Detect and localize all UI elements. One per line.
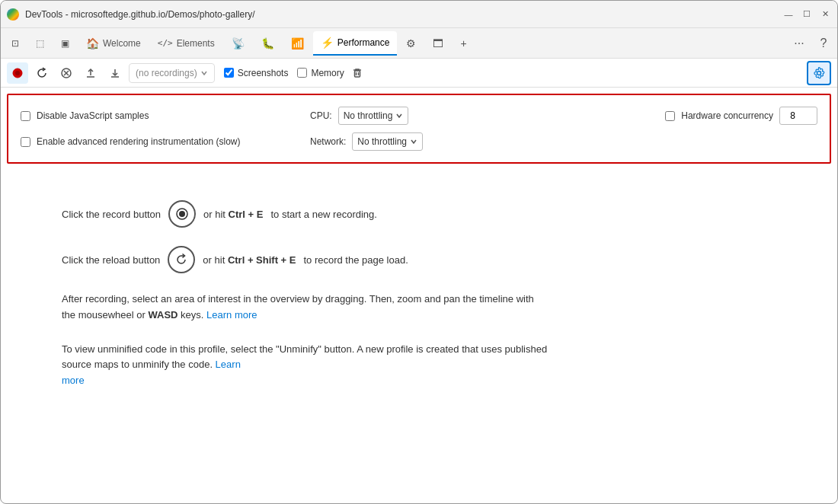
settings-icon bbox=[812, 66, 826, 80]
maximize-button[interactable]: ☐ bbox=[801, 8, 813, 21]
elements-mode-icon: ▣ bbox=[61, 38, 69, 49]
screenshots-checkbox-group: Screenshots bbox=[224, 68, 289, 78]
reload-hint-text: Click the reload button bbox=[62, 254, 160, 266]
settings-row-2: Enable advanced rendering instrumentatio… bbox=[21, 129, 817, 155]
cpu-label: CPU: bbox=[310, 110, 332, 121]
hardware-concurrency-checkbox[interactable] bbox=[665, 111, 675, 121]
main-content: Click the record button or hit Ctrl + E … bbox=[1, 170, 837, 419]
svg-point-12 bbox=[179, 211, 185, 217]
elements-icon: </> bbox=[158, 38, 173, 48]
info-block-1: After recording, select an area of inter… bbox=[62, 292, 549, 324]
record-shortcut-text: or hit Ctrl + E bbox=[203, 209, 263, 220]
recordings-dropdown[interactable]: (no recordings) bbox=[129, 63, 215, 83]
tab-gear[interactable]: ⚙ bbox=[398, 31, 424, 56]
add-tab-icon: + bbox=[460, 37, 466, 49]
svg-point-10 bbox=[817, 71, 821, 75]
settings-button[interactable] bbox=[807, 61, 831, 85]
settings-col-left-1: Disable JavaScript samples bbox=[21, 110, 310, 121]
record-tail-text: to start a new recording. bbox=[270, 209, 376, 220]
tab-network[interactable]: 📡 bbox=[224, 31, 252, 56]
cpu-dropdown-chevron-icon bbox=[395, 112, 403, 120]
settings-row-1: Disable JavaScript samples CPU: No throt… bbox=[21, 103, 817, 129]
reload-icon bbox=[36, 67, 48, 79]
record-button[interactable] bbox=[7, 62, 28, 84]
network-throttling-value: No throttling bbox=[357, 136, 407, 147]
download-button[interactable] bbox=[104, 62, 126, 84]
record-hint-row: Click the record button or hit Ctrl + E … bbox=[62, 200, 776, 228]
disable-js-label[interactable]: Disable JavaScript samples bbox=[37, 110, 149, 121]
title-bar: DevTools - microsoftedge.github.io/Demos… bbox=[1, 1, 837, 28]
tab-performance-label: Performance bbox=[337, 37, 390, 48]
record-hint-icon bbox=[175, 207, 189, 221]
toolbar: (no recordings) Screenshots Memory bbox=[1, 59, 837, 88]
advanced-rendering-checkbox[interactable] bbox=[21, 137, 30, 147]
advanced-rendering-label[interactable]: Enable advanced rendering instrumentatio… bbox=[37, 136, 241, 147]
help-button[interactable]: ? bbox=[813, 33, 834, 54]
reload-profile-button[interactable] bbox=[31, 62, 53, 84]
tab-welcome-label: Welcome bbox=[103, 38, 141, 49]
screenshots-label[interactable]: Screenshots bbox=[238, 68, 289, 78]
tab-bar-actions: ··· ? bbox=[788, 33, 834, 54]
settings-col-middle-2: Network: No throttling bbox=[310, 132, 817, 151]
info1-learn-more-link[interactable]: Learn more bbox=[206, 309, 257, 321]
tab-debugger[interactable]: 🐛 bbox=[254, 31, 282, 56]
inspect-toggle[interactable]: ⬚ bbox=[28, 31, 52, 56]
tab-elements[interactable]: </> Elements bbox=[150, 31, 222, 56]
close-button[interactable]: ✕ bbox=[819, 8, 831, 21]
capture-settings-panel: Disable JavaScript samples CPU: No throt… bbox=[7, 94, 831, 164]
download-icon bbox=[109, 67, 121, 79]
reload-hint-row: Click the reload button or hit Ctrl + Sh… bbox=[62, 246, 776, 273]
network-label: Network: bbox=[310, 136, 346, 147]
screenshots-checkbox[interactable] bbox=[224, 68, 234, 78]
more-options-button[interactable]: ··· bbox=[788, 33, 810, 54]
tab-welcome[interactable]: 🏠 Welcome bbox=[78, 31, 149, 56]
info1-text: After recording, select an area of inter… bbox=[62, 293, 534, 321]
inspect-icon: ⬚ bbox=[36, 38, 44, 49]
hw-label[interactable]: Hardware concurrency bbox=[681, 110, 773, 121]
upload-icon bbox=[85, 67, 97, 79]
record-button-icon bbox=[168, 200, 196, 228]
memory-checkbox[interactable] bbox=[297, 68, 307, 78]
tab-wireless[interactable]: 📶 bbox=[283, 31, 312, 56]
info2-text: To view unminified code in this profile,… bbox=[62, 343, 547, 387]
network-icon: 📡 bbox=[232, 37, 245, 49]
info2-learn-more-link[interactable]: Learnmore bbox=[62, 359, 241, 386]
settings-col-middle-1: CPU: No throttling bbox=[310, 107, 665, 125]
elements-mode-toggle[interactable]: ▣ bbox=[53, 31, 77, 56]
sidebar-icon: ⊡ bbox=[11, 38, 19, 49]
tab-performance[interactable]: ⚡ Performance bbox=[313, 31, 398, 56]
welcome-icon: 🏠 bbox=[86, 37, 99, 49]
stop-button[interactable] bbox=[56, 62, 77, 84]
window-controls: — ☐ ✕ bbox=[782, 8, 831, 21]
tab-bar: ⊡ ⬚ ▣ 🏠 Welcome </> Elements 📡 🐛 📶 ⚡ Per… bbox=[1, 28, 837, 59]
record-hint-text: Click the record button bbox=[62, 209, 161, 220]
cpu-throttling-dropdown[interactable]: No throttling bbox=[338, 107, 409, 125]
reload-hint-icon bbox=[174, 253, 188, 266]
tab-elements-label: Elements bbox=[177, 38, 215, 49]
dropdown-chevron-icon bbox=[200, 69, 208, 77]
memory-checkbox-group: Memory bbox=[297, 68, 344, 78]
network-throttling-dropdown[interactable]: No throttling bbox=[352, 132, 423, 151]
browser-icon: 🗖 bbox=[433, 37, 443, 49]
svg-rect-7 bbox=[354, 71, 360, 77]
cpu-throttling-value: No throttling bbox=[344, 110, 393, 121]
settings-col-left-2: Enable advanced rendering instrumentatio… bbox=[21, 136, 310, 147]
settings-col-right-1: Hardware concurrency bbox=[665, 107, 817, 125]
performance-icon: ⚡ bbox=[321, 37, 334, 49]
gear-icon: ⚙ bbox=[406, 37, 416, 49]
upload-button[interactable] bbox=[80, 62, 101, 84]
memory-label[interactable]: Memory bbox=[311, 68, 344, 78]
debugger-icon: 🐛 bbox=[261, 37, 274, 49]
reload-tail-text: to record the page load. bbox=[303, 254, 408, 266]
tab-add[interactable]: + bbox=[453, 31, 474, 56]
clear-button[interactable] bbox=[347, 63, 367, 83]
trash-icon bbox=[351, 67, 363, 79]
wireless-icon: 📶 bbox=[291, 37, 304, 49]
sidebar-toggle[interactable]: ⊡ bbox=[4, 31, 27, 56]
tab-browser[interactable]: 🗖 bbox=[425, 31, 451, 56]
minimize-button[interactable]: — bbox=[782, 8, 795, 21]
hardware-concurrency-input[interactable] bbox=[779, 107, 817, 125]
disable-js-checkbox[interactable] bbox=[21, 111, 30, 121]
reload-shortcut-text: or hit Ctrl + Shift + E bbox=[203, 254, 296, 266]
record-icon bbox=[11, 67, 24, 79]
